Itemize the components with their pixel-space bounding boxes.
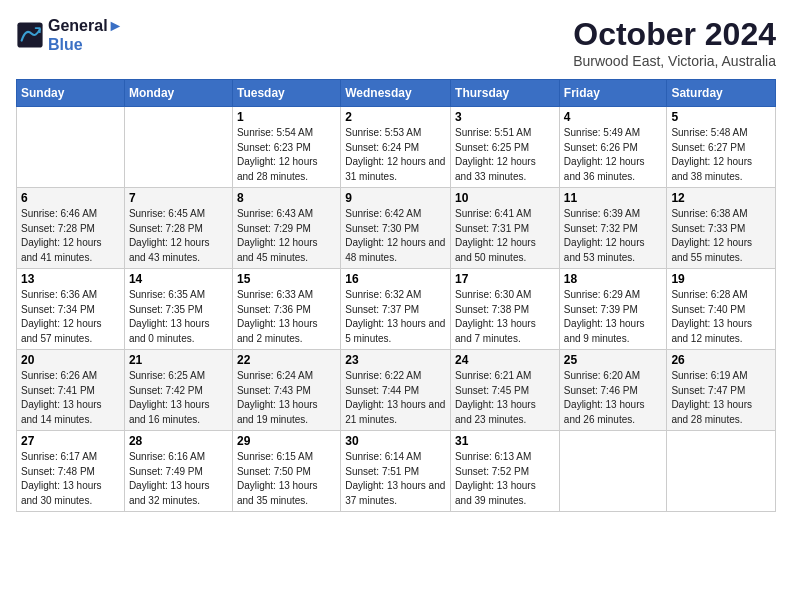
day-cell: 24Sunrise: 6:21 AMSunset: 7:45 PMDayligh… — [451, 350, 560, 431]
page-header: General► Blue October 2024 Burwood East,… — [16, 16, 776, 69]
day-info: Sunrise: 6:29 AMSunset: 7:39 PMDaylight:… — [564, 288, 663, 346]
day-info: Sunrise: 6:38 AMSunset: 7:33 PMDaylight:… — [671, 207, 771, 265]
title-block: October 2024 Burwood East, Victoria, Aus… — [573, 16, 776, 69]
day-number: 17 — [455, 272, 555, 286]
day-info: Sunrise: 6:43 AMSunset: 7:29 PMDaylight:… — [237, 207, 336, 265]
day-number: 19 — [671, 272, 771, 286]
day-info: Sunrise: 5:49 AMSunset: 6:26 PMDaylight:… — [564, 126, 663, 184]
day-info: Sunrise: 6:22 AMSunset: 7:44 PMDaylight:… — [345, 369, 446, 427]
day-info: Sunrise: 6:46 AMSunset: 7:28 PMDaylight:… — [21, 207, 120, 265]
day-cell: 13Sunrise: 6:36 AMSunset: 7:34 PMDayligh… — [17, 269, 125, 350]
col-header-monday: Monday — [124, 80, 232, 107]
week-row-1: 1Sunrise: 5:54 AMSunset: 6:23 PMDaylight… — [17, 107, 776, 188]
day-number: 18 — [564, 272, 663, 286]
day-cell — [124, 107, 232, 188]
day-number: 3 — [455, 110, 555, 124]
day-cell: 29Sunrise: 6:15 AMSunset: 7:50 PMDayligh… — [232, 431, 340, 512]
day-number: 7 — [129, 191, 228, 205]
day-info: Sunrise: 6:36 AMSunset: 7:34 PMDaylight:… — [21, 288, 120, 346]
day-cell: 16Sunrise: 6:32 AMSunset: 7:37 PMDayligh… — [341, 269, 451, 350]
day-number: 31 — [455, 434, 555, 448]
day-info: Sunrise: 6:28 AMSunset: 7:40 PMDaylight:… — [671, 288, 771, 346]
day-cell: 19Sunrise: 6:28 AMSunset: 7:40 PMDayligh… — [667, 269, 776, 350]
day-number: 16 — [345, 272, 446, 286]
logo-text: General► Blue — [48, 16, 123, 54]
col-header-saturday: Saturday — [667, 80, 776, 107]
day-cell: 1Sunrise: 5:54 AMSunset: 6:23 PMDaylight… — [232, 107, 340, 188]
day-info: Sunrise: 6:25 AMSunset: 7:42 PMDaylight:… — [129, 369, 228, 427]
day-cell: 3Sunrise: 5:51 AMSunset: 6:25 PMDaylight… — [451, 107, 560, 188]
day-number: 26 — [671, 353, 771, 367]
logo-icon — [16, 21, 44, 49]
col-header-tuesday: Tuesday — [232, 80, 340, 107]
day-number: 8 — [237, 191, 336, 205]
day-info: Sunrise: 6:20 AMSunset: 7:46 PMDaylight:… — [564, 369, 663, 427]
day-cell: 4Sunrise: 5:49 AMSunset: 6:26 PMDaylight… — [559, 107, 667, 188]
day-info: Sunrise: 5:51 AMSunset: 6:25 PMDaylight:… — [455, 126, 555, 184]
day-number: 22 — [237, 353, 336, 367]
day-cell: 7Sunrise: 6:45 AMSunset: 7:28 PMDaylight… — [124, 188, 232, 269]
col-header-friday: Friday — [559, 80, 667, 107]
day-cell: 6Sunrise: 6:46 AMSunset: 7:28 PMDaylight… — [17, 188, 125, 269]
day-cell: 17Sunrise: 6:30 AMSunset: 7:38 PMDayligh… — [451, 269, 560, 350]
day-info: Sunrise: 6:17 AMSunset: 7:48 PMDaylight:… — [21, 450, 120, 508]
day-cell: 27Sunrise: 6:17 AMSunset: 7:48 PMDayligh… — [17, 431, 125, 512]
day-info: Sunrise: 6:30 AMSunset: 7:38 PMDaylight:… — [455, 288, 555, 346]
day-info: Sunrise: 6:19 AMSunset: 7:47 PMDaylight:… — [671, 369, 771, 427]
day-number: 1 — [237, 110, 336, 124]
col-header-sunday: Sunday — [17, 80, 125, 107]
day-cell — [667, 431, 776, 512]
day-cell: 11Sunrise: 6:39 AMSunset: 7:32 PMDayligh… — [559, 188, 667, 269]
day-number: 13 — [21, 272, 120, 286]
day-info: Sunrise: 5:54 AMSunset: 6:23 PMDaylight:… — [237, 126, 336, 184]
day-number: 12 — [671, 191, 771, 205]
header-row: SundayMondayTuesdayWednesdayThursdayFrid… — [17, 80, 776, 107]
day-number: 29 — [237, 434, 336, 448]
day-cell: 22Sunrise: 6:24 AMSunset: 7:43 PMDayligh… — [232, 350, 340, 431]
day-info: Sunrise: 6:32 AMSunset: 7:37 PMDaylight:… — [345, 288, 446, 346]
day-cell: 9Sunrise: 6:42 AMSunset: 7:30 PMDaylight… — [341, 188, 451, 269]
week-row-4: 20Sunrise: 6:26 AMSunset: 7:41 PMDayligh… — [17, 350, 776, 431]
logo: General► Blue — [16, 16, 123, 54]
day-info: Sunrise: 6:24 AMSunset: 7:43 PMDaylight:… — [237, 369, 336, 427]
day-cell: 15Sunrise: 6:33 AMSunset: 7:36 PMDayligh… — [232, 269, 340, 350]
day-info: Sunrise: 6:42 AMSunset: 7:30 PMDaylight:… — [345, 207, 446, 265]
day-info: Sunrise: 6:16 AMSunset: 7:49 PMDaylight:… — [129, 450, 228, 508]
day-cell: 20Sunrise: 6:26 AMSunset: 7:41 PMDayligh… — [17, 350, 125, 431]
day-cell: 5Sunrise: 5:48 AMSunset: 6:27 PMDaylight… — [667, 107, 776, 188]
day-info: Sunrise: 5:53 AMSunset: 6:24 PMDaylight:… — [345, 126, 446, 184]
day-info: Sunrise: 6:13 AMSunset: 7:52 PMDaylight:… — [455, 450, 555, 508]
day-number: 23 — [345, 353, 446, 367]
day-info: Sunrise: 6:45 AMSunset: 7:28 PMDaylight:… — [129, 207, 228, 265]
day-cell: 31Sunrise: 6:13 AMSunset: 7:52 PMDayligh… — [451, 431, 560, 512]
day-info: Sunrise: 6:14 AMSunset: 7:51 PMDaylight:… — [345, 450, 446, 508]
day-cell: 25Sunrise: 6:20 AMSunset: 7:46 PMDayligh… — [559, 350, 667, 431]
week-row-3: 13Sunrise: 6:36 AMSunset: 7:34 PMDayligh… — [17, 269, 776, 350]
day-number: 27 — [21, 434, 120, 448]
day-number: 9 — [345, 191, 446, 205]
day-number: 28 — [129, 434, 228, 448]
day-info: Sunrise: 6:21 AMSunset: 7:45 PMDaylight:… — [455, 369, 555, 427]
week-row-5: 27Sunrise: 6:17 AMSunset: 7:48 PMDayligh… — [17, 431, 776, 512]
day-info: Sunrise: 6:39 AMSunset: 7:32 PMDaylight:… — [564, 207, 663, 265]
day-info: Sunrise: 6:41 AMSunset: 7:31 PMDaylight:… — [455, 207, 555, 265]
day-number: 11 — [564, 191, 663, 205]
svg-rect-0 — [17, 23, 42, 48]
day-cell: 28Sunrise: 6:16 AMSunset: 7:49 PMDayligh… — [124, 431, 232, 512]
day-cell: 2Sunrise: 5:53 AMSunset: 6:24 PMDaylight… — [341, 107, 451, 188]
day-number: 4 — [564, 110, 663, 124]
day-cell: 30Sunrise: 6:14 AMSunset: 7:51 PMDayligh… — [341, 431, 451, 512]
day-info: Sunrise: 6:26 AMSunset: 7:41 PMDaylight:… — [21, 369, 120, 427]
day-number: 2 — [345, 110, 446, 124]
day-number: 21 — [129, 353, 228, 367]
day-cell — [17, 107, 125, 188]
day-cell: 26Sunrise: 6:19 AMSunset: 7:47 PMDayligh… — [667, 350, 776, 431]
day-info: Sunrise: 6:33 AMSunset: 7:36 PMDaylight:… — [237, 288, 336, 346]
day-cell: 14Sunrise: 6:35 AMSunset: 7:35 PMDayligh… — [124, 269, 232, 350]
day-cell: 12Sunrise: 6:38 AMSunset: 7:33 PMDayligh… — [667, 188, 776, 269]
day-info: Sunrise: 6:35 AMSunset: 7:35 PMDaylight:… — [129, 288, 228, 346]
day-number: 6 — [21, 191, 120, 205]
day-cell: 21Sunrise: 6:25 AMSunset: 7:42 PMDayligh… — [124, 350, 232, 431]
week-row-2: 6Sunrise: 6:46 AMSunset: 7:28 PMDaylight… — [17, 188, 776, 269]
calendar-table: SundayMondayTuesdayWednesdayThursdayFrid… — [16, 79, 776, 512]
